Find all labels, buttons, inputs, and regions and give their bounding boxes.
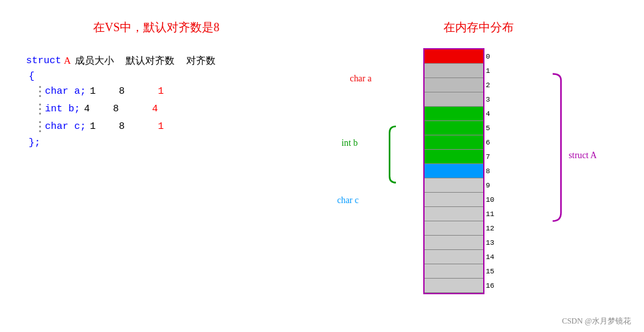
dot-separator <box>39 85 41 98</box>
mem-index-14: 14 <box>486 253 499 261</box>
mem-cell-2: 2 <box>425 78 483 92</box>
char-c-label: char c <box>337 195 359 205</box>
member-size-1: 4 <box>84 104 90 115</box>
mem-index-8: 8 <box>486 167 499 175</box>
struct-table: struct A 成员大小 默认对齐数 对齐数 { char a; 1 8 1 … <box>26 55 300 148</box>
mem-index-6: 6 <box>486 139 499 146</box>
mem-cell-5: 5 <box>425 121 483 135</box>
mem-index-9: 9 <box>486 182 499 189</box>
mem-cell-15: 15 <box>425 264 483 279</box>
mem-index-10: 10 <box>486 196 499 204</box>
left-panel: 在VS中，默认对齐数是8 struct A 成员大小 默认对齐数 对齐数 { c… <box>0 7 313 325</box>
brace-open: { <box>29 71 300 82</box>
mem-cell-10: 10 <box>425 193 483 207</box>
member-size-label: 成员大小 <box>75 55 114 67</box>
mem-index-4: 4 <box>486 110 499 118</box>
struct-name: A <box>64 55 71 66</box>
watermark: CSDN @水月梦镜花 <box>562 316 631 327</box>
default-align-label: 默认对齐数 <box>126 55 175 67</box>
right-panel: 在内存中分布 char a int b char c struct A 0123… <box>313 7 644 325</box>
mem-cell-16: 16 <box>425 279 483 293</box>
mem-index-13: 13 <box>486 239 499 247</box>
member-row-0: char a; 1 8 1 <box>39 85 300 98</box>
mem-cell-4: 4 <box>425 107 483 121</box>
brace-close: }; <box>29 137 300 148</box>
mem-index-12: 12 <box>486 225 499 232</box>
mem-cell-0: 0 <box>425 49 483 64</box>
member-code-0: char a; <box>45 86 86 97</box>
mem-index-15: 15 <box>486 268 499 275</box>
int-b-label: int b <box>342 138 358 148</box>
member-default-0: 8 <box>102 86 141 97</box>
mem-cell-6: 6 <box>425 135 483 150</box>
vs-title: 在VS中，默认对齐数是8 <box>13 20 300 35</box>
mem-index-3: 3 <box>486 96 499 104</box>
member-code-2: char c; <box>45 121 86 132</box>
mem-index-1: 1 <box>486 67 499 75</box>
mem-index-5: 5 <box>486 124 499 132</box>
member-align-2: 1 <box>148 121 174 132</box>
mem-cell-13: 13 <box>425 236 483 250</box>
mem-cell-3: 3 <box>425 92 483 107</box>
mem-index-0: 0 <box>486 53 499 61</box>
mem-cell-9: 9 <box>425 178 483 193</box>
memory-column: 012345678910111213141516 <box>423 48 484 294</box>
member-size-0: 1 <box>90 86 96 97</box>
table-header: struct A 成员大小 默认对齐数 对齐数 <box>26 55 300 67</box>
member-size-2: 1 <box>90 121 96 132</box>
dot-separator <box>39 120 41 133</box>
dot-separator <box>39 102 41 116</box>
mem-index-11: 11 <box>486 210 499 218</box>
mem-cell-8: 8 <box>425 164 483 178</box>
struct-keyword: struct <box>26 55 61 66</box>
align-label: 对齐数 <box>186 55 216 67</box>
mem-cell-12: 12 <box>425 221 483 236</box>
mem-cell-14: 14 <box>425 250 483 264</box>
memory-area: 012345678910111213141516 <box>423 48 631 294</box>
mem-cell-7: 7 <box>425 150 483 164</box>
mem-index-7: 7 <box>486 153 499 161</box>
member-code-1: int b; <box>45 104 80 115</box>
mem-title: 在内存中分布 <box>326 20 631 35</box>
member-default-2: 8 <box>102 121 141 132</box>
member-default-1: 8 <box>96 104 135 115</box>
member-align-0: 1 <box>148 86 174 97</box>
char-a-label: char a <box>350 74 371 83</box>
mem-index-2: 2 <box>486 81 499 89</box>
member-row-2: char c; 1 8 1 <box>39 120 300 133</box>
member-align-1: 4 <box>142 104 168 115</box>
mem-cell-11: 11 <box>425 207 483 221</box>
mem-index-16: 16 <box>486 282 499 290</box>
mem-cell-1: 1 <box>425 64 483 78</box>
member-row-1: int b; 4 8 4 <box>39 102 300 116</box>
